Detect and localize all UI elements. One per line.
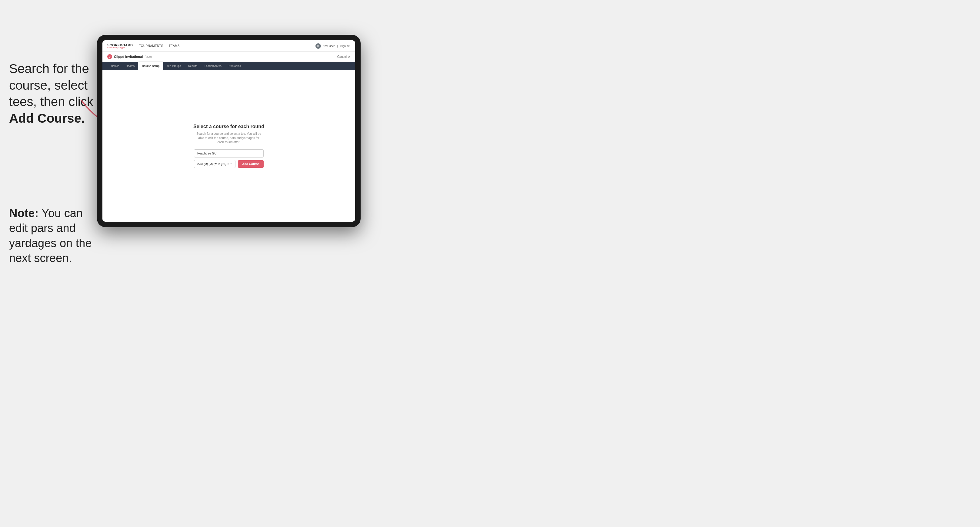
nav-links: TOURNAMENTS TEAMS bbox=[139, 44, 315, 48]
nav-tournaments[interactable]: TOURNAMENTS bbox=[139, 44, 163, 48]
select-course-description: Search for a course and select a tee. Yo… bbox=[196, 132, 262, 144]
tablet-screen: SCOREBOARD Powered by clippd TOURNAMENTS… bbox=[102, 40, 355, 222]
user-label: Test User bbox=[323, 44, 335, 48]
tee-select-row: Gold (M) (M) (7010 yds) × ⌃ Add Course bbox=[194, 160, 264, 168]
add-course-button[interactable]: Add Course bbox=[238, 160, 264, 168]
tee-select-controls: × ⌃ bbox=[227, 162, 232, 166]
tee-select-dropdown[interactable]: Gold (M) (M) (7010 yds) × ⌃ bbox=[194, 160, 235, 168]
tab-results[interactable]: Results bbox=[185, 62, 201, 70]
tab-teams[interactable]: Teams bbox=[123, 62, 138, 70]
tournament-badge: (Men) bbox=[145, 55, 152, 58]
tab-leaderboards[interactable]: Leaderboards bbox=[201, 62, 225, 70]
logo-area: SCOREBOARD Powered by clippd bbox=[107, 43, 133, 48]
tournament-name: Clippd Invitational bbox=[114, 55, 143, 59]
tablet-device: SCOREBOARD Powered by clippd TOURNAMENTS… bbox=[97, 35, 361, 227]
tab-details[interactable]: Details bbox=[107, 62, 123, 70]
tab-tee-groups[interactable]: Tee Groups bbox=[163, 62, 185, 70]
annotation-text: Search for the course, select tees, then… bbox=[9, 60, 94, 127]
tee-chevron-icon[interactable]: ⌃ bbox=[230, 163, 232, 165]
nav-right: R Test User | Sign out bbox=[315, 43, 350, 49]
cancel-icon: ✕ bbox=[348, 55, 350, 59]
tee-select-value: Gold (M) (M) (7010 yds) bbox=[197, 163, 226, 166]
user-avatar: R bbox=[315, 43, 321, 49]
tee-clear-icon[interactable]: × bbox=[227, 162, 229, 166]
tab-printables[interactable]: Printables bbox=[225, 62, 245, 70]
tournament-icon: C bbox=[107, 54, 112, 59]
select-course-title: Select a course for each round bbox=[193, 124, 264, 129]
cancel-button[interactable]: Cancel ✕ bbox=[337, 55, 350, 59]
tournament-title: C Clippd Invitational (Men) bbox=[107, 54, 152, 59]
sign-out-link[interactable]: Sign out bbox=[340, 44, 350, 48]
top-nav: SCOREBOARD Powered by clippd TOURNAMENTS… bbox=[102, 40, 355, 52]
tabs-bar: Details Teams Course Setup Tee Groups Re… bbox=[102, 62, 355, 70]
annotation-note: Note: You can edit pars and yardages on … bbox=[9, 206, 97, 266]
nav-separator: | bbox=[337, 44, 338, 48]
nav-teams[interactable]: TEAMS bbox=[169, 44, 180, 48]
tab-course-setup[interactable]: Course Setup bbox=[138, 62, 163, 70]
main-content: Select a course for each round Search fo… bbox=[102, 70, 355, 222]
course-search-input[interactable] bbox=[194, 149, 264, 157]
tournament-header: C Clippd Invitational (Men) Cancel ✕ bbox=[102, 52, 355, 62]
